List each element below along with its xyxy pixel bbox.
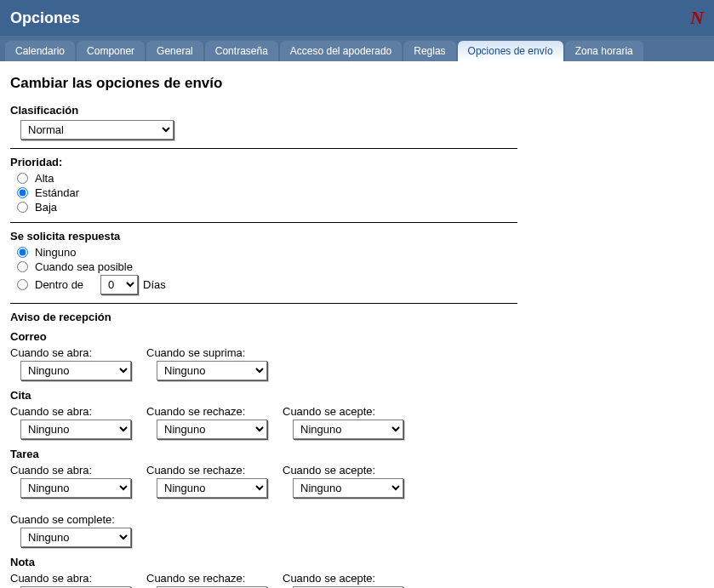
note-title: Nota	[10, 556, 517, 568]
divider	[10, 303, 517, 304]
tab-opciones-envio[interactable]: Opciones de envío	[458, 41, 563, 61]
appointment-title: Cita	[10, 389, 517, 402]
appt-opened-label: Cuando se abra:	[10, 405, 131, 418]
appt-accepted-label: Cuando se acepte:	[283, 405, 403, 418]
task-declined-select[interactable]: Ninguno	[157, 478, 267, 498]
reply-when-convenient-label: Cuando sea posible	[35, 260, 133, 273]
tab-contrasena[interactable]: Contraseña	[205, 41, 278, 61]
reply-radio-none[interactable]	[17, 247, 28, 258]
classification-label: Clasificación	[10, 104, 517, 117]
tab-calendario[interactable]: Calendario	[5, 41, 75, 61]
mail-deleted-label: Cuando se suprima:	[146, 346, 267, 359]
priority-radio-standard[interactable]	[17, 187, 28, 198]
task-declined-label: Cuando se rechaze:	[146, 464, 267, 477]
note-opened-label: Cuando se abra:	[10, 572, 131, 585]
appt-opened-select[interactable]: Ninguno	[20, 420, 131, 439]
task-opened-select[interactable]: Ninguno	[20, 478, 131, 498]
task-accepted-select[interactable]: Ninguno	[293, 478, 403, 498]
classification-select[interactable]: Normal	[20, 120, 174, 140]
tab-zona-horaria[interactable]: Zona horaria	[565, 41, 643, 61]
reply-within-label: Dentro de	[35, 278, 83, 291]
tab-bar: Calendario Componer General Contraseña A…	[0, 36, 714, 61]
task-completed-select[interactable]: Ninguno	[20, 528, 131, 547]
mail-deleted-select[interactable]: Ninguno	[157, 361, 267, 380]
appt-declined-select[interactable]: Ninguno	[157, 420, 267, 439]
content-heading: Cambiar las opciones de envío	[10, 75, 517, 92]
task-completed-label: Cuando se complete:	[10, 513, 131, 526]
priority-radio-low[interactable]	[17, 202, 28, 213]
reply-radio-within[interactable]	[17, 279, 28, 290]
content: Cambiar las opciones de envío Clasificac…	[0, 61, 528, 588]
appt-declined-label: Cuando se rechaze:	[146, 405, 267, 418]
task-title: Tarea	[10, 448, 517, 460]
mail-title: Correo	[10, 330, 517, 343]
task-accepted-label: Cuando se acepte:	[283, 464, 403, 477]
divider	[10, 222, 517, 223]
note-accepted-label: Cuando se acepte:	[283, 572, 403, 585]
tab-reglas[interactable]: Reglas	[403, 41, 455, 61]
priority-radio-high[interactable]	[17, 173, 28, 184]
reply-days-select[interactable]: 0	[100, 275, 138, 294]
tab-general[interactable]: General	[146, 41, 203, 61]
reply-requested-label: Se solicita respuesta	[10, 230, 517, 243]
tab-acceso-apoderado[interactable]: Acceso del apoderado	[280, 41, 402, 61]
novell-logo: N	[690, 7, 704, 29]
tab-componer[interactable]: Componer	[77, 41, 145, 61]
task-opened-label: Cuando se abra:	[10, 464, 131, 477]
header: Opciones N	[0, 0, 714, 36]
priority-high-label: Alta	[35, 172, 54, 185]
priority-label: Prioridad:	[10, 156, 517, 168]
priority-standard-label: Estándar	[35, 186, 79, 199]
note-declined-label: Cuando se rechaze:	[146, 572, 267, 585]
appt-accepted-select[interactable]: Ninguno	[293, 420, 403, 439]
reply-days-label: Días	[143, 278, 166, 291]
mail-opened-label: Cuando se abra:	[10, 346, 131, 359]
reply-radio-when-convenient[interactable]	[17, 261, 28, 272]
reply-none-label: Ninguno	[35, 246, 76, 259]
page-title: Opciones	[10, 9, 80, 27]
return-notification-label: Aviso de recepción	[10, 311, 517, 323]
mail-opened-select[interactable]: Ninguno	[20, 361, 131, 380]
divider	[10, 148, 517, 149]
priority-low-label: Baja	[35, 201, 57, 214]
